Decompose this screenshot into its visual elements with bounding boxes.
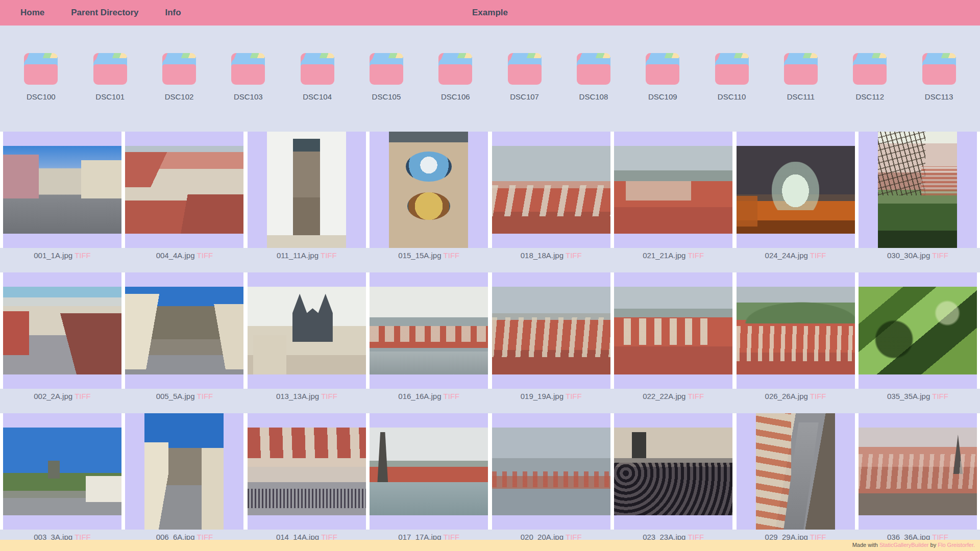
photo-tile-026-26a-jpg[interactable] [737,272,855,389]
folder-item-dsc108[interactable]: DSC108 [566,53,622,101]
tiff-link[interactable]: TIFF [566,392,582,400]
photo-tile-036-36a-jpg[interactable] [859,413,977,530]
folder-item-dsc112[interactable]: DSC112 [842,53,898,101]
folder-icon-body [438,64,472,85]
photo-thumbnail[interactable] [614,428,732,515]
photo-tile-003-3a-jpg[interactable] [3,413,121,530]
photo-thumbnail[interactable] [389,132,468,248]
tiff-link[interactable]: TIFF [566,251,582,260]
photo-thumbnail[interactable] [125,146,243,234]
photo-filename-link[interactable]: 021_21A.jpg [643,251,685,260]
photo-tile-017-17a-jpg[interactable] [370,413,488,530]
tiff-link[interactable]: TIFF [75,392,91,400]
folder-item-dsc102[interactable]: DSC102 [151,53,207,101]
folder-item-dsc111[interactable]: DSC111 [773,53,829,101]
tiff-link[interactable]: TIFF [932,392,948,400]
photo-tile-004-4a-jpg[interactable] [125,132,243,248]
footer-author-link[interactable]: Flo Greistorfer. [938,542,975,548]
tiff-link[interactable]: TIFF [810,392,826,400]
photo-thumbnail[interactable] [878,132,957,248]
photo-tile-002-2a-jpg[interactable] [3,272,121,389]
photo-thumbnail[interactable] [492,146,610,234]
photo-thumbnail[interactable] [492,428,610,515]
folder-item-dsc110[interactable]: DSC110 [704,53,760,101]
footer-builder-link[interactable]: StaticGalleryBuilder [879,542,929,548]
photo-thumbnail[interactable] [614,146,732,234]
tiff-link[interactable]: TIFF [810,251,826,260]
tiff-link[interactable]: TIFF [321,392,337,400]
photo-tile-030-30a-jpg[interactable] [859,132,977,248]
photo-filename-link[interactable]: 015_15A.jpg [398,251,441,260]
photo-thumbnail[interactable] [3,428,121,515]
photo-tile-035-35a-jpg[interactable] [859,272,977,389]
photo-tile-006-6a-jpg[interactable] [125,413,243,530]
photo-thumbnail[interactable] [3,146,121,234]
folder-item-dsc103[interactable]: DSC103 [220,53,276,101]
folder-item-dsc106[interactable]: DSC106 [427,53,483,101]
photo-filename-link[interactable]: 035_35A.jpg [887,392,930,400]
folder-item-dsc107[interactable]: DSC107 [497,53,553,101]
photo-thumbnail[interactable] [756,413,835,530]
tiff-link[interactable]: TIFF [932,251,948,260]
photo-thumbnail[interactable] [614,287,732,374]
nav-link-parent-directory[interactable]: Parent Directory [71,8,138,18]
photo-thumbnail[interactable] [3,287,121,374]
photo-tile-001-1a-jpg[interactable] [3,132,121,248]
folder-item-dsc100[interactable]: DSC100 [13,53,69,101]
tiff-link[interactable]: TIFF [444,392,460,400]
nav-link-home[interactable]: Home [20,8,44,18]
tiff-link[interactable]: TIFF [688,392,704,400]
photo-filename-link[interactable]: 022_22A.jpg [643,392,685,400]
tiff-link[interactable]: TIFF [444,251,460,260]
photo-tile-014-14a-jpg[interactable] [248,413,366,530]
photo-filename-link[interactable]: 019_19A.jpg [521,392,564,400]
photo-filename-link[interactable]: 004_4A.jpg [156,251,195,260]
photo-thumbnail[interactable] [267,132,346,248]
photo-tile-021-21a-jpg[interactable] [614,132,732,248]
photo-thumbnail[interactable] [737,287,855,374]
photo-thumbnail[interactable] [248,287,366,374]
nav-link-info[interactable]: Info [165,8,181,18]
photo-thumbnail[interactable] [370,428,488,515]
tiff-link[interactable]: TIFF [321,251,337,260]
photo-tile-024-24a-jpg[interactable] [737,132,855,248]
photo-thumbnail[interactable] [370,287,488,374]
photo-filename-link[interactable]: 013_13A.jpg [276,392,319,400]
photo-thumbnail[interactable] [492,287,610,374]
photo-filename-link[interactable]: 018_18A.jpg [521,251,564,260]
photo-filename-link[interactable]: 011_11A.jpg [277,251,318,260]
photo-thumbnail[interactable] [125,287,243,374]
photo-filename-link[interactable]: 002_2A.jpg [34,392,72,400]
folder-item-dsc113[interactable]: DSC113 [911,53,967,101]
photo-tile-022-22a-jpg[interactable] [614,272,732,389]
folder-item-dsc101[interactable]: DSC101 [82,53,138,101]
tiff-link[interactable]: TIFF [197,392,213,400]
tiff-link[interactable]: TIFF [197,251,213,260]
photo-filename-link[interactable]: 001_1A.jpg [34,251,72,260]
tiff-link[interactable]: TIFF [688,251,704,260]
photo-thumbnail[interactable] [859,287,977,374]
folder-item-dsc105[interactable]: DSC105 [358,53,414,101]
folder-item-dsc104[interactable]: DSC104 [289,53,346,101]
photo-tile-015-15a-jpg[interactable] [370,132,488,248]
photo-tile-018-18a-jpg[interactable] [492,132,610,248]
photo-filename-link[interactable]: 005_5A.jpg [156,392,195,400]
photo-tile-013-13a-jpg[interactable] [248,272,366,389]
photo-tile-023-23a-jpg[interactable] [614,413,732,530]
photo-filename-link[interactable]: 024_24A.jpg [765,251,808,260]
photo-filename-link[interactable]: 016_16A.jpg [398,392,441,400]
photo-thumbnail[interactable] [737,146,855,234]
folder-item-dsc109[interactable]: DSC109 [634,53,691,101]
photo-thumbnail[interactable] [859,428,977,515]
photo-tile-016-16a-jpg[interactable] [370,272,488,389]
photo-thumbnail[interactable] [144,413,224,530]
photo-tile-029-29a-jpg[interactable] [737,413,855,530]
photo-filename-link[interactable]: 030_30A.jpg [887,251,930,260]
photo-tile-020-20a-jpg[interactable] [492,413,610,530]
photo-tile-011-11a-jpg[interactable] [248,132,366,248]
photo-tile-019-19a-jpg[interactable] [492,272,610,389]
photo-filename-link[interactable]: 026_26A.jpg [765,392,808,400]
photo-thumbnail[interactable] [248,428,366,515]
photo-tile-005-5a-jpg[interactable] [125,272,243,389]
tiff-link[interactable]: TIFF [75,251,91,260]
